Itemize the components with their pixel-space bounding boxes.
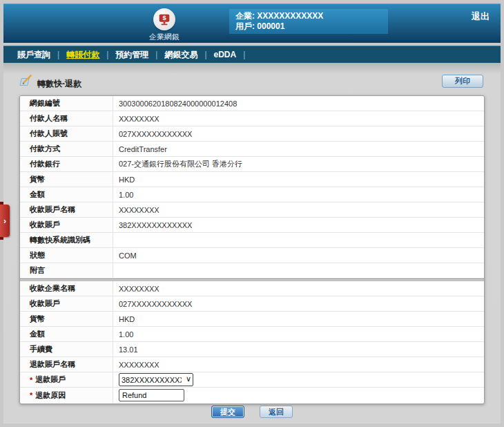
row-label: 收款賬戶名稱 <box>20 202 113 217</box>
row-label: 付款方式 <box>20 142 113 156</box>
row-value: CreditTransfer <box>113 142 484 156</box>
form-row: 手續費13.01 <box>20 342 484 357</box>
required-asterisk: * <box>30 391 32 399</box>
row-value: 1.00 <box>113 327 484 341</box>
form-row: 附言 <box>20 263 484 278</box>
nav-item-賬戶查詢[interactable]: 賬戶查詢 <box>17 49 50 61</box>
submit-button[interactable]: 提交 <box>211 406 244 418</box>
row-value: HKD <box>113 172 484 187</box>
row-value: 1.00 <box>113 187 484 202</box>
row-label: 貨幣 <box>20 312 113 326</box>
form-row: *退款賬戶382XXXXXXXXXXXXX∨ <box>20 372 484 388</box>
print-button[interactable]: 列印 <box>442 75 483 88</box>
row-value: XXXXXXXX <box>113 357 484 372</box>
form-row: 網銀編號3003000620180824000000012408 <box>20 96 484 111</box>
nav-separator: | <box>106 50 108 59</box>
chevron-right-icon: › <box>3 216 6 226</box>
form-row: 付款方式CreditTransfer <box>20 142 484 157</box>
nav-separator: | <box>57 50 59 59</box>
row-label: 付款人賬號 <box>20 126 113 141</box>
row-label: *退款賬戶 <box>20 372 113 387</box>
row-value: 3003000620180824000000012408 <box>113 96 484 111</box>
logo-label: 企業網銀 <box>145 32 184 42</box>
nav-separator: | <box>155 50 157 59</box>
row-label: *退款原因 <box>20 388 113 403</box>
row-label: 網銀編號 <box>20 96 113 111</box>
row-label: 收款賬戶 <box>20 218 113 232</box>
row-value <box>113 263 484 278</box>
row-value: 13.01 <box>113 342 484 357</box>
logout-link[interactable]: 退出 <box>472 10 490 23</box>
refund-account-select[interactable]: 382XXXXXXXXXXXXX <box>119 373 193 386</box>
row-label: 金額 <box>20 187 113 202</box>
row-label: 貨幣 <box>20 172 113 187</box>
pencil-note-icon <box>19 73 33 90</box>
row-label: 轉數快系統識別碼 <box>20 233 113 247</box>
form-row: 付款人賬號027XXXXXXXXXXXX <box>20 126 484 142</box>
title-bar: 轉數快-退款 列印 <box>19 73 485 90</box>
row-value: 027XXXXXXXXXXXX <box>113 296 484 311</box>
bank-logo: $ 企業網銀 <box>145 8 184 42</box>
nav-separator: | <box>204 50 206 59</box>
row-label: 手續費 <box>20 342 113 357</box>
app-header: $ 企業網銀 企業: XXXXXXXXXXXX 用戶: 000001 退出 <box>3 3 501 43</box>
form-row: 狀態COM <box>20 248 484 263</box>
form-row: 收款賬戶名稱XXXXXXXX <box>20 202 484 218</box>
form-row: *退款原因 <box>20 388 484 403</box>
row-value: HKD <box>113 312 484 326</box>
row-value <box>113 388 484 403</box>
form-row: 金額1.00 <box>20 327 484 342</box>
side-panel-toggle[interactable]: › <box>0 205 10 237</box>
row-value: 027XXXXXXXXXXXX <box>113 126 484 141</box>
row-label: 付款銀行 <box>20 157 113 171</box>
form-row: 退款賬戶名稱XXXXXXXX <box>20 357 484 372</box>
nav-item-eDDA[interactable]: eDDA <box>214 50 237 59</box>
form-row: 貨幣HKD <box>20 172 484 187</box>
row-value <box>113 233 484 247</box>
row-value: COM <box>113 248 484 263</box>
refund-reason-input[interactable] <box>119 389 184 401</box>
row-value: 027-交通銀行股份有限公司 香港分行 <box>113 157 484 171</box>
form-row: 收款賬戶027XXXXXXXXXXXX <box>20 296 484 312</box>
page-title: 轉數快-退款 <box>37 78 81 90</box>
main-nav: 賬戶查詢|轉賬付款|預約管理|網銀交易|eDDA| <box>3 46 501 63</box>
nav-item-預約管理[interactable]: 預約管理 <box>115 49 148 61</box>
company-label: 企業: XXXXXXXXXXXX <box>235 11 382 21</box>
row-label: 附言 <box>20 263 113 278</box>
row-label: 付款人名稱 <box>20 111 113 126</box>
row-label: 金額 <box>20 327 113 341</box>
back-button[interactable]: 返回 <box>260 406 293 418</box>
form-row: 轉數快系統識別碼 <box>20 233 484 248</box>
detail-form: 網銀編號3003000620180824000000012408付款人名稱XXX… <box>19 95 485 404</box>
user-label: 用戶: 000001 <box>235 21 382 32</box>
row-label: 狀態 <box>20 248 113 263</box>
row-label: 退款賬戶名稱 <box>20 357 113 372</box>
row-value: XXXXXXXX <box>113 281 484 296</box>
session-info: 企業: XXXXXXXXXXXX 用戶: 000001 <box>229 9 388 34</box>
row-value: XXXXXXXX <box>113 202 484 217</box>
row-label: 收款賬戶 <box>20 296 113 311</box>
monitor-dollar-icon: $ <box>153 8 175 30</box>
form-row: 付款人名稱XXXXXXXX <box>20 111 484 126</box>
row-value: XXXXXXXX <box>113 111 484 126</box>
nav-separator: | <box>243 50 245 59</box>
nav-item-轉賬付款[interactable]: 轉賬付款 <box>66 49 99 61</box>
svg-text:$: $ <box>162 15 166 21</box>
row-value: 382XXXXXXXXXXXX <box>113 218 484 232</box>
form-row: 貨幣HKD <box>20 312 484 327</box>
actions-bar: 提交 返回 <box>19 406 485 418</box>
row-label: 收款企業名稱 <box>20 281 113 296</box>
form-row: 收款賬戶382XXXXXXXXXXXX <box>20 218 484 233</box>
required-asterisk: * <box>30 376 32 384</box>
form-row: 付款銀行027-交通銀行股份有限公司 香港分行 <box>20 157 484 172</box>
row-value: 382XXXXXXXXXXXXX∨ <box>113 372 484 387</box>
nav-item-網銀交易[interactable]: 網銀交易 <box>164 49 197 61</box>
form-row: 金額1.00 <box>20 187 484 202</box>
form-row: 收款企業名稱XXXXXXXX <box>20 281 484 296</box>
